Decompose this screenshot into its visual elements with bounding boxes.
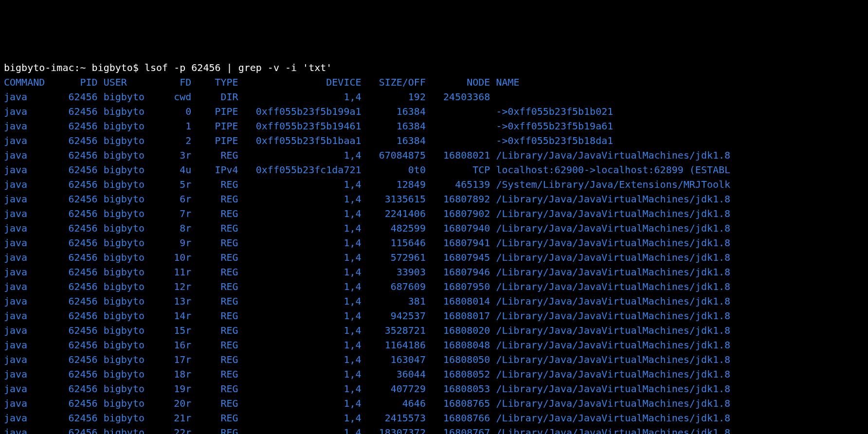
lsof-row: java 62456 bigbyto 22r REG 1,4 18307372 … [4,425,864,434]
lsof-row: java 62456 bigbyto 3r REG 1,4 67084875 1… [4,148,864,163]
lsof-row: java 62456 bigbyto 11r REG 1,4 33903 168… [4,265,864,279]
lsof-row: java 62456 bigbyto 5r REG 1,4 12849 4651… [4,177,864,192]
lsof-row: java 62456 bigbyto 4u IPv4 0xff055b23fc1… [4,163,864,177]
lsof-row: java 62456 bigbyto 21r REG 1,4 2415573 1… [4,411,864,425]
lsof-row: java 62456 bigbyto 10r REG 1,4 572961 16… [4,250,864,265]
lsof-row: java 62456 bigbyto 8r REG 1,4 482599 168… [4,221,864,235]
lsof-row: java 62456 bigbyto 20r REG 1,4 4646 1680… [4,396,864,411]
lsof-row: java 62456 bigbyto 17r REG 1,4 163047 16… [4,352,864,367]
lsof-row: java 62456 bigbyto 18r REG 1,4 36044 168… [4,367,864,381]
lsof-row: java 62456 bigbyto 14r REG 1,4 942537 16… [4,308,864,323]
lsof-row: java 62456 bigbyto 9r REG 1,4 115646 168… [4,235,864,250]
lsof-row: java 62456 bigbyto 0 PIPE 0xff055b23f5b1… [4,104,864,119]
lsof-row: java 62456 bigbyto 13r REG 1,4 381 16808… [4,294,864,308]
lsof-row: java 62456 bigbyto 16r REG 1,4 1164186 1… [4,338,864,352]
lsof-row: java 62456 bigbyto 1 PIPE 0xff055b23f5b1… [4,119,864,133]
lsof-row: java 62456 bigbyto 12r REG 1,4 687609 16… [4,279,864,294]
lsof-row: java 62456 bigbyto 15r REG 1,4 3528721 1… [4,323,864,338]
lsof-row: java 62456 bigbyto 19r REG 1,4 407729 16… [4,381,864,396]
lsof-row: java 62456 bigbyto cwd DIR 1,4 192 24503… [4,90,864,104]
lsof-row: java 62456 bigbyto 6r REG 1,4 3135615 16… [4,192,864,206]
lsof-row: java 62456 bigbyto 2 PIPE 0xff055b23f5b1… [4,133,864,148]
terminal-window[interactable]: bigbyto-imac:~ bigbyto$ lsof -p 62456 | … [4,60,864,434]
lsof-header: COMMAND PID USER FD TYPE DEVICE SIZE/OFF… [4,75,864,90]
shell-prompt[interactable]: bigbyto-imac:~ bigbyto$ lsof -p 62456 | … [4,60,864,75]
lsof-row: java 62456 bigbyto 7r REG 1,4 2241406 16… [4,206,864,221]
